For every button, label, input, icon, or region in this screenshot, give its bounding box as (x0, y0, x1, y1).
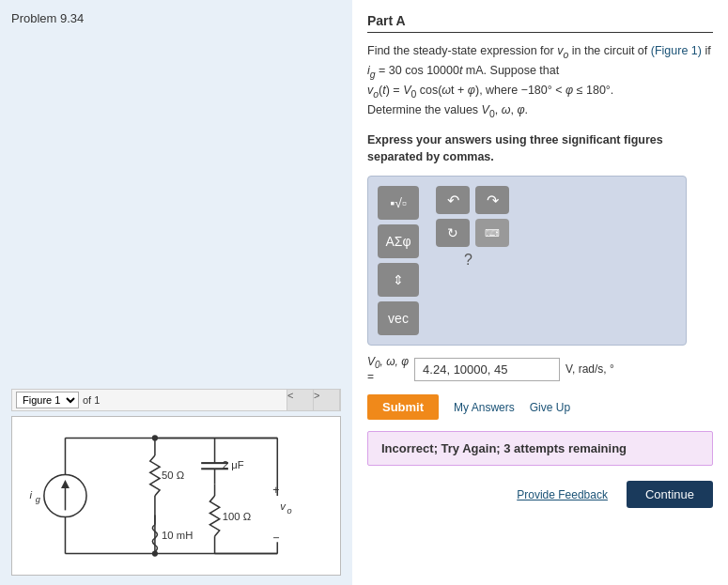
continue-button[interactable]: Continue (627, 481, 713, 508)
keyboard-button[interactable]: ⌨ (475, 219, 509, 247)
submit-row: Submit My Answers Give Up (367, 394, 713, 420)
answer-unit: V, rad/s, ° (565, 362, 614, 376)
feedback-text: Incorrect; Try Again; 3 attempts remaini… (381, 441, 627, 455)
figure-next-button[interactable]: > (314, 390, 340, 410)
provide-feedback-link[interactable]: Provide Feedback (517, 488, 608, 501)
keyboard-icon: ⌨ (485, 227, 500, 239)
figure-select[interactable]: Figure 1 (16, 392, 79, 408)
answer-input[interactable] (414, 358, 560, 381)
refresh-button[interactable]: ↻ (436, 219, 470, 247)
matrix-icon: ▪√▫ (390, 195, 407, 210)
svg-text:−: − (272, 531, 279, 545)
my-answers-link[interactable]: My Answers (454, 401, 515, 414)
vec-icon: vec (388, 311, 409, 326)
instruction-text: Express your answers using three signifi… (367, 131, 713, 167)
figure-selector: Figure 1 of 1 < > (11, 389, 341, 411)
svg-text:i: i (29, 489, 32, 500)
question-icon: ? (464, 252, 472, 268)
svg-text:+: + (272, 484, 279, 497)
problem-title: Problem 9.34 (11, 11, 341, 25)
part-label: Part A (367, 13, 713, 33)
svg-text:2 μF: 2 μF (223, 459, 244, 470)
matrix-button[interactable]: ▪√▫ (378, 186, 419, 220)
svg-text:o: o (287, 507, 292, 516)
svg-text:10 mH: 10 mH (162, 530, 193, 541)
figure-link[interactable]: (Figure 1) (651, 44, 702, 57)
svg-text:100 Ω: 100 Ω (223, 511, 251, 522)
redo-icon: ↷ (487, 192, 499, 209)
alpha-icon: ΑΣφ (385, 234, 410, 249)
answer-row: V0, ω, φ = V, rad/s, ° (367, 355, 713, 383)
help-button[interactable]: ? (464, 252, 472, 269)
circuit-area: i g 50 Ω (11, 416, 341, 576)
right-panel: Part A Find the steady-state expression … (352, 0, 728, 585)
figure-nav: < > (287, 390, 340, 410)
refresh-icon: ↻ (447, 225, 458, 240)
left-panel: Problem 9.34 Figure 1 of 1 < > i (0, 0, 352, 585)
bottom-row: Provide Feedback Continue (367, 481, 713, 508)
problem-text: Find the steady-state expression for vo … (367, 42, 713, 122)
figure-of: of 1 (83, 394, 100, 406)
vec-button[interactable]: vec (378, 301, 419, 335)
instruction-bold: Express your answers using three signifi… (367, 133, 663, 164)
figure-prev-button[interactable]: < (287, 390, 314, 410)
alpha-button[interactable]: ΑΣφ (378, 224, 419, 258)
answer-label: V0, ω, φ = (367, 355, 409, 383)
svg-text:g: g (36, 495, 41, 504)
circuit-diagram: i g 50 Ω (12, 417, 340, 575)
svg-text:50 Ω: 50 Ω (162, 470, 184, 481)
give-up-link[interactable]: Give Up (530, 401, 570, 414)
submit-button[interactable]: Submit (367, 394, 439, 420)
figure-label-container: Figure 1 of 1 (12, 392, 287, 408)
redo-button[interactable]: ↷ (475, 186, 509, 214)
math-toolbar: ▪√▫ ΑΣφ ⇕ vec ↶ ↷ (367, 176, 687, 346)
svg-text:v: v (280, 500, 287, 512)
feedback-box: Incorrect; Try Again; 3 attempts remaini… (367, 431, 713, 466)
arrows-icon: ⇕ (393, 272, 404, 287)
undo-icon: ↶ (447, 192, 459, 209)
undo-button[interactable]: ↶ (436, 186, 470, 214)
arrows-button[interactable]: ⇕ (378, 263, 419, 297)
